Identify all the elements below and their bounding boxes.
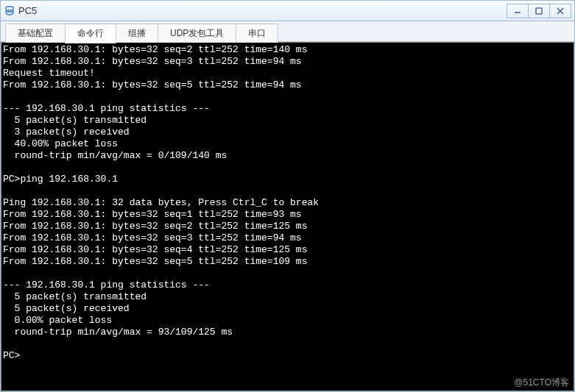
app-icon bbox=[4, 5, 15, 17]
maximize-button[interactable] bbox=[528, 4, 550, 18]
tab-command-line[interactable]: 命令行 bbox=[65, 24, 116, 43]
window-title: PC5 bbox=[18, 5, 507, 16]
svg-rect-1 bbox=[536, 8, 542, 14]
tab-serial[interactable]: 串口 bbox=[236, 24, 278, 43]
minimize-button[interactable] bbox=[507, 4, 529, 18]
terminal-output[interactable]: From 192.168.30.1: bytes=32 seq=2 ttl=25… bbox=[1, 42, 574, 391]
window-controls bbox=[507, 4, 571, 18]
tabbar: 基础配置 命令行 组播 UDP发包工具 串口 bbox=[1, 21, 574, 42]
tab-udp-tool[interactable]: UDP发包工具 bbox=[158, 24, 236, 43]
close-button[interactable] bbox=[549, 4, 571, 18]
tab-multicast[interactable]: 组播 bbox=[116, 24, 158, 43]
titlebar: PC5 bbox=[1, 1, 574, 21]
tab-basic-config[interactable]: 基础配置 bbox=[5, 24, 66, 43]
